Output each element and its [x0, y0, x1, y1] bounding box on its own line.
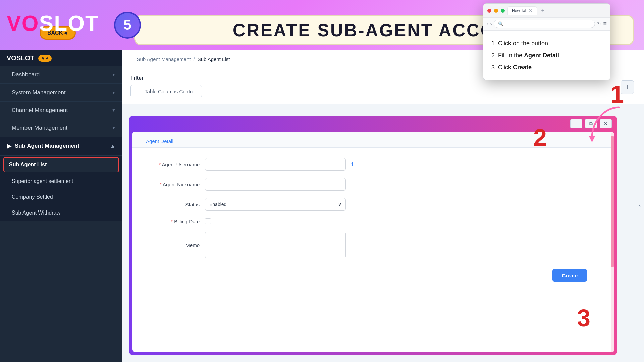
create-button[interactable]: Create: [552, 269, 587, 282]
chevron-icon: ▼: [112, 90, 116, 95]
agent-detail-tab[interactable]: Agent Detail: [139, 136, 180, 147]
sidebar-item-dashboard[interactable]: Dashboard ▼: [0, 66, 122, 84]
modal-body: Agent Detail Agent Username ℹ Agent Nick…: [132, 132, 614, 352]
annotation-number-3: 3: [577, 304, 590, 332]
logo-text: VOSLOT: [7, 11, 99, 36]
sidebar-header: VOSLOT VIP: [0, 50, 122, 66]
chevron-down-icon: ∨: [338, 202, 341, 207]
chevron-icon: ▼: [112, 72, 116, 77]
arrow-decoration: [585, 104, 626, 144]
agent-username-label: Agent Username: [146, 162, 200, 167]
memo-textarea[interactable]: [205, 232, 346, 258]
close-dot[interactable]: [487, 9, 491, 13]
modal-window: — ⧉ ✕ Agent Detail Agent Username ℹ: [129, 116, 617, 355]
browser-url-bar[interactable]: 🔍: [494, 20, 595, 28]
sidebar-item-company-settled[interactable]: Company Settled: [0, 189, 122, 205]
expand-icon: ▶: [7, 142, 11, 150]
nav-arrow-right[interactable]: ›: [636, 198, 644, 215]
logo-slot: SLOT: [39, 11, 99, 36]
sidebar-item-system[interactable]: System Management ▼: [0, 84, 122, 102]
browser-content: 1. Click on the button 2. Fill in the Ag…: [483, 31, 610, 80]
memo-label: Memo: [146, 242, 200, 248]
billing-date-label: Billing Date: [146, 219, 200, 224]
columns-icon: ≔: [137, 88, 142, 94]
sub-agent-section: ▶ Sub Agent Management ▲ Sub Agent List …: [0, 137, 122, 221]
breadcrumb-current: Sub Agent List: [198, 56, 230, 62]
scrollbar[interactable]: [611, 132, 614, 352]
annotation-number-2: 2: [533, 124, 547, 152]
breadcrumb-separator: /: [193, 56, 195, 62]
search-icon: 🔍: [498, 21, 503, 26]
agent-nickname-label: Agent Nickname: [146, 182, 200, 187]
minimize-button[interactable]: —: [570, 119, 582, 128]
svg-marker-0: [589, 136, 595, 142]
sidebar-item-channel[interactable]: Channel Management ▼: [0, 102, 122, 119]
step-badge: 5: [114, 12, 141, 39]
browser-popup: New Tab ✕ + ‹ › 🔍 ↻ ≡ 1. Click on the bu…: [483, 3, 610, 80]
browser-step-3: 3. Click Create: [491, 61, 602, 73]
status-select[interactable]: Enabled ∨: [205, 198, 346, 211]
chevron-icon: ▼: [112, 126, 116, 130]
agent-username-row: Agent Username ℹ: [146, 158, 600, 171]
sidebar-item-sub-agent-withdraw[interactable]: Sub Agent Withdraw: [0, 205, 122, 221]
browser-nav: ‹ › 🔍 ↻ ≡: [483, 18, 610, 31]
browser-steps: 1. Click on the button 2. Fill in the Ag…: [491, 37, 602, 73]
sidebar-item-member[interactable]: Member Management ▼: [0, 119, 122, 137]
status-label: Status: [146, 202, 200, 207]
sidebar-badge: VIP: [38, 55, 51, 62]
sidebar-brand: VOSLOT: [7, 54, 34, 62]
forward-nav-icon[interactable]: ›: [490, 21, 492, 27]
menu-icon: ≡: [130, 56, 134, 63]
maximize-dot[interactable]: [501, 9, 505, 13]
browser-tab[interactable]: New Tab ✕: [507, 6, 537, 15]
menu-icon[interactable]: ≡: [603, 20, 607, 27]
new-tab-icon[interactable]: +: [541, 8, 544, 14]
browser-step-2: 2. Fill in the Agent Detail: [491, 49, 602, 61]
reload-icon[interactable]: ↻: [597, 21, 601, 27]
collapse-icon: ▲: [110, 143, 116, 150]
breadcrumb-parent: Sub Agent Management: [137, 56, 191, 62]
chevron-icon: ▼: [112, 108, 116, 113]
plus-button[interactable]: +: [621, 80, 634, 94]
back-nav-icon[interactable]: ‹: [487, 21, 488, 27]
sidebar: BACK◄ VOSLOT VIP Dashboard ▼ System Mana…: [0, 50, 122, 362]
billing-date-row: Billing Date: [146, 218, 600, 224]
table-columns-button[interactable]: ≔ Table Columns Control: [130, 85, 202, 97]
minimize-dot[interactable]: [494, 9, 498, 13]
main-content: ≡ Sub Agent Management / Sub Agent List …: [122, 50, 644, 362]
agent-form: Agent Username ℹ Agent Nickname Status E…: [132, 148, 614, 352]
billing-date-checkbox[interactable]: [205, 218, 211, 224]
sub-agent-header[interactable]: ▶ Sub Agent Management ▲: [0, 137, 122, 156]
browser-step-1: 1. Click on the button: [491, 37, 602, 49]
logo-area: VOSLOT: [0, 0, 121, 47]
scrollbar-thumb: [611, 136, 614, 267]
sidebar-item-sub-agent-list[interactable]: Sub Agent List: [3, 157, 119, 172]
browser-titlebar: New Tab ✕ +: [483, 4, 610, 18]
agent-nickname-row: Agent Nickname: [146, 178, 600, 191]
memo-row: Memo: [146, 232, 600, 258]
agent-username-input[interactable]: [205, 158, 346, 171]
logo-vo: VO: [7, 11, 39, 36]
sidebar-item-superior-settlement[interactable]: Superior agent settlement: [0, 174, 122, 189]
info-icon[interactable]: ℹ: [351, 161, 354, 168]
agent-nickname-input[interactable]: [205, 178, 346, 191]
close-tab-icon: ✕: [529, 8, 533, 13]
status-row: Status Enabled ∨: [146, 198, 600, 211]
